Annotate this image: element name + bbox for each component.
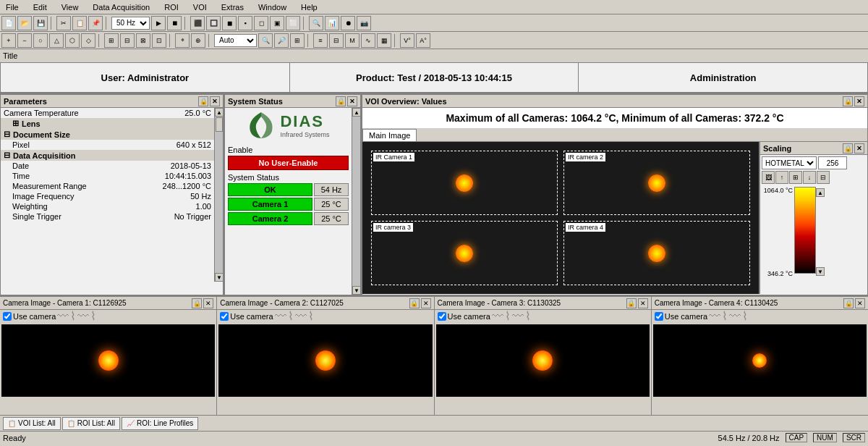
play-button[interactable]: ▶ [151, 16, 166, 30]
mode-select[interactable]: Auto Manual [214, 34, 257, 47]
cam1-pin-btn[interactable]: 🔒 [192, 298, 202, 308]
scale-icon-5[interactable]: ⊟ [817, 171, 830, 184]
cam1-close-btn[interactable]: ✕ [203, 298, 213, 308]
scale-icon-2[interactable]: ↑ [775, 171, 788, 184]
tb2-btn-19[interactable]: A° [416, 33, 430, 48]
menu-data-acquisition[interactable]: Data Acquisition [90, 2, 153, 12]
tab-roi-profiles[interactable]: 📈 ROI: Line Profiles [122, 417, 198, 430]
snap-button[interactable]: 📷 [357, 16, 371, 30]
scale-number-input[interactable] [818, 156, 847, 169]
zoom-in-button[interactable]: 🔍 [258, 33, 273, 48]
sys-scrollbar[interactable]: ▲ ▼ [352, 108, 360, 295]
record-button[interactable]: ⏺ [341, 16, 355, 30]
new-button[interactable]: 📄 [1, 16, 16, 30]
menu-voi[interactable]: VOI [190, 2, 210, 12]
tb2-btn-5[interactable]: ⬡ [65, 33, 80, 48]
menu-view[interactable]: View [59, 2, 82, 12]
menu-file[interactable]: File [3, 2, 22, 12]
stop-button[interactable]: ⏹ [167, 16, 182, 30]
tb-btn-5[interactable]: ◻ [254, 16, 268, 30]
sys-close-btn[interactable]: ✕ [347, 96, 357, 106]
tb-btn-4[interactable]: ▪ [238, 16, 252, 30]
colorbar-scroll-down[interactable]: ▼ [816, 267, 825, 276]
tb2-btn-9[interactable]: ⊠ [136, 33, 150, 48]
voi-close-btn[interactable]: ✕ [854, 96, 864, 106]
fit-button[interactable]: ⊞ [290, 33, 305, 48]
cam2-use-checkbox[interactable] [220, 312, 229, 321]
cam4-pin-btn[interactable]: 🔒 [843, 298, 854, 308]
tb2-btn-11[interactable]: ⌖ [175, 33, 190, 48]
tb-btn-3[interactable]: ◼ [222, 16, 237, 30]
tb2-btn-2[interactable]: − [17, 33, 32, 48]
param-dataacq-section[interactable]: ⊟ Data Acquisition [1, 150, 214, 161]
cam3-pin-btn[interactable]: 🔒 [626, 298, 637, 308]
tb2-btn-1[interactable]: + [1, 33, 16, 48]
tb2-btn-4[interactable]: △ [49, 33, 64, 48]
menu-help[interactable]: Help [298, 2, 320, 12]
tb-btn-2[interactable]: 🔲 [206, 16, 221, 30]
cut-button[interactable]: ✂ [56, 16, 71, 30]
tb-btn-9[interactable]: 📊 [325, 16, 339, 30]
param-docsize-section[interactable]: ⊟ Document Size [1, 129, 214, 140]
cam2-pin-btn[interactable]: 🔒 [409, 298, 420, 308]
tab-main-image[interactable]: Main Image [362, 129, 417, 141]
colorbar-scroll-up[interactable]: ▲ [816, 188, 825, 197]
param-lens-section[interactable]: ⊞ Lens [1, 118, 214, 129]
tb2-btn-16[interactable]: ∿ [361, 33, 375, 48]
sys-scroll-down[interactable]: ▼ [352, 286, 361, 295]
cam3-image [436, 324, 650, 397]
save-button[interactable]: 💾 [33, 16, 48, 30]
zoom-out-button[interactable]: 🔎 [274, 33, 289, 48]
scale-icon-4[interactable]: ↓ [803, 171, 816, 184]
tb2-btn-3[interactable]: ○ [33, 33, 48, 48]
cam1-use-checkbox[interactable] [3, 312, 12, 321]
voi-pin-btn[interactable]: 🔒 [843, 96, 853, 106]
tb2-btn-6[interactable]: ◇ [81, 33, 95, 48]
copy-button[interactable]: 📋 [72, 16, 87, 30]
sys-scroll-up[interactable]: ▲ [352, 108, 361, 117]
menu-extras[interactable]: Extras [218, 2, 247, 12]
cam2-close-btn[interactable]: ✕ [421, 298, 431, 308]
menu-edit[interactable]: Edit [30, 2, 50, 12]
cam3-close-btn[interactable]: ✕ [638, 298, 648, 308]
paste-button[interactable]: 📌 [88, 16, 103, 30]
cam1-title: Camera Image - Camera 1: C1126925 [3, 299, 127, 307]
colormap-select[interactable]: HOTMETAL RAINBOW [762, 156, 817, 169]
params-scroll-up[interactable]: ▲ [215, 108, 224, 117]
cam4-use-checkbox[interactable] [655, 312, 663, 321]
tb2-btn-14[interactable]: ⊟ [329, 33, 344, 48]
tb2-btn-10[interactable]: ⊡ [152, 33, 166, 48]
tab-voi-list[interactable]: 📋 VOI List: All [3, 417, 61, 430]
tb2-btn-7[interactable]: ⊞ [104, 33, 119, 48]
tb2-btn-17[interactable]: ▦ [377, 33, 391, 48]
open-button[interactable]: 📂 [17, 16, 32, 30]
tb-btn-1[interactable]: ⬛ [190, 16, 205, 30]
cam1-use-label: Use camera [13, 312, 56, 321]
tb2-btn-12[interactable]: ⊕ [191, 33, 205, 48]
params-scroll-down[interactable]: ▼ [215, 273, 224, 282]
params-scrollbar[interactable]: ▲ ▼ [214, 108, 223, 282]
scale-icon-3[interactable]: ⊞ [789, 171, 802, 184]
tb-btn-8[interactable]: 🔍 [309, 16, 323, 30]
tb2-btn-18[interactable]: V° [400, 33, 414, 48]
scale-icon-1[interactable]: 🖼 [762, 171, 775, 184]
scaling-pin-btn[interactable]: 🔒 [843, 143, 853, 153]
info-row: User: Administrator Product: Test / 2018… [0, 62, 868, 94]
params-close-btn[interactable]: ✕ [210, 96, 220, 106]
cam3-hotspot [532, 350, 553, 371]
sys-pin-btn[interactable]: 🔒 [336, 96, 346, 106]
scaling-close-btn[interactable]: ✕ [854, 143, 864, 153]
sys-status-label: System Status [228, 173, 349, 182]
params-pin-btn[interactable]: 🔒 [198, 96, 208, 106]
tb2-btn-15[interactable]: M [345, 33, 359, 48]
tab-roi-list[interactable]: 📋 ROI List: All [62, 417, 120, 430]
tb-btn-6[interactable]: ▣ [270, 16, 284, 30]
tb2-btn-8[interactable]: ⊟ [120, 33, 135, 48]
tb2-btn-13[interactable]: ≡ [313, 33, 328, 48]
menu-roi[interactable]: ROI [161, 2, 182, 12]
tb-btn-7[interactable]: ⬜ [286, 16, 300, 30]
cam3-use-checkbox[interactable] [438, 312, 446, 321]
menu-window[interactable]: Window [255, 2, 289, 12]
freq-select[interactable]: 50 Hz 25 Hz [111, 17, 150, 30]
cam4-close-btn[interactable]: ✕ [855, 298, 865, 308]
